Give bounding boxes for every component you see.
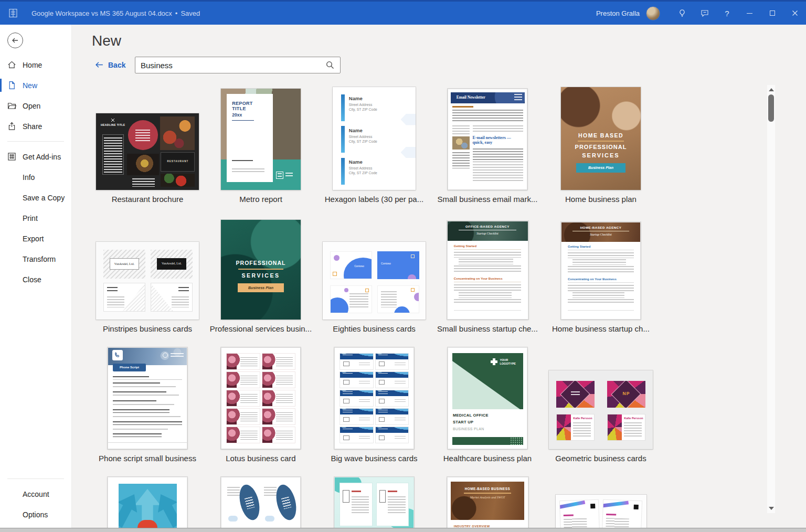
search-icon[interactable]: [325, 60, 335, 70]
template-card[interactable]: PROFESSIONAL SERVICES Business Plan Prof…: [204, 213, 317, 343]
template-card[interactable]: OFFICE-BASED AGENCY Startup Checklist Ge…: [431, 213, 544, 343]
label-city: City, ST ZIP Code: [349, 108, 377, 111]
search-back-link[interactable]: Back: [95, 60, 125, 69]
bar-lines: [113, 376, 149, 378]
template-thumbnail: PROFESSIONAL SERVICES Business Plan: [221, 220, 301, 320]
sidebar-item-options[interactable]: Options: [0, 504, 71, 525]
template-card[interactable]: NP Kalle Persson Kalle Persson Geometric…: [544, 343, 657, 472]
business-card-sheet: [560, 500, 642, 528]
label-city: City, ST ZIP Code: [349, 140, 377, 143]
sidebar-item-info[interactable]: Info: [0, 167, 71, 187]
purple-circle: [334, 255, 340, 261]
template-search-input[interactable]: [135, 61, 325, 70]
template-card[interactable]: [544, 472, 657, 528]
back-button[interactable]: [7, 33, 23, 48]
sidebar-item-home[interactable]: Home: [0, 55, 71, 75]
business-card: [375, 408, 409, 425]
sidebar-item-print[interactable]: Print: [0, 208, 71, 228]
label-name: Name: [349, 159, 377, 165]
bar-lines: [473, 125, 523, 133]
business-card: [340, 353, 374, 370]
template-card[interactable]: Email Newsletter E-mail newsletters — qu…: [431, 83, 544, 213]
window-bottom-edge: [0, 528, 806, 532]
rule-line: [238, 269, 283, 270]
sidebar-item-transform[interactable]: Transform: [0, 249, 71, 269]
template-card[interactable]: [204, 472, 317, 528]
template-card[interactable]: Phone Script Phone script sma: [91, 343, 204, 472]
template-card[interactable]: REPORT TITLE 20xx Metro report: [204, 83, 317, 213]
monogram: NP: [607, 391, 645, 396]
label-color-bar: [341, 126, 345, 153]
cover-green-block: YOUR LOGOTYPE: [452, 353, 523, 410]
template-card[interactable]: HEADLINE TITLE RESTAURANT Restaurant bro…: [91, 83, 204, 213]
template-label: Metro report: [239, 195, 282, 205]
red-text-bar: [352, 491, 361, 492]
analysis-title: HOME-BASED BUSINESS: [451, 487, 525, 491]
page-title: New: [92, 33, 121, 49]
business-card: [226, 408, 260, 425]
section-heading-bar: [452, 106, 474, 108]
template-card[interactable]: HOME-BASED AGENCY Startup Checklist Gett…: [544, 213, 657, 343]
sidebar-item-share[interactable]: Share: [0, 116, 71, 136]
template-thumbnail: VanArsdel, Ltd. VanArsdel, Ltd.: [96, 242, 199, 320]
word-app-icon: [8, 8, 18, 18]
template-card[interactable]: Name Street Address City, ST ZIP Code Na…: [317, 83, 431, 213]
phone-script-button: Phone Script: [113, 364, 146, 371]
template-thumbnail: Contoso Contoso: [323, 242, 426, 320]
sidebar-item-export[interactable]: Export: [0, 228, 71, 249]
minimize-button[interactable]: [738, 2, 761, 25]
close-button[interactable]: [783, 2, 806, 25]
template-card[interactable]: YOUR LOGOTYPE MEDICAL OFFICE START UP BU…: [431, 343, 544, 472]
sidebar-item-save-a-copy[interactable]: Save a Copy: [0, 187, 71, 208]
lightbulb-icon: [678, 9, 686, 17]
address-label: Name Street Address City, ST ZIP Code: [341, 158, 407, 185]
sidebar-item-open[interactable]: Open: [0, 95, 71, 116]
sidebar-item-account[interactable]: Account: [0, 484, 71, 504]
cover-line-1: PROFESSIONAL: [221, 260, 301, 266]
template-card[interactable]: HOME-BASED BUSINESS Market Analysis and …: [431, 472, 544, 528]
brand-name: Contoso: [381, 262, 391, 265]
business-card: Contoso: [330, 251, 372, 279]
sidebar-item-get-addins[interactable]: Get Add-ins: [0, 146, 71, 167]
bar-lines: [113, 421, 182, 425]
template-card[interactable]: [91, 472, 204, 528]
business-card: [340, 371, 374, 388]
business-card: [375, 390, 409, 407]
bar-lines: [452, 152, 470, 168]
bar-lines: [232, 168, 264, 174]
rule-line: [568, 282, 634, 283]
sidebar-item-close[interactable]: Close: [0, 269, 71, 290]
template-thumbnail: [108, 477, 187, 528]
sidebar-item-new[interactable]: New: [0, 75, 71, 95]
scroll-up-arrow-icon[interactable]: [769, 88, 774, 91]
bar-lines: [473, 148, 523, 163]
bar-lines: [285, 173, 293, 178]
bar-lines: [573, 422, 591, 437]
business-card: [226, 353, 260, 370]
feedback-button[interactable]: [693, 2, 716, 25]
template-card[interactable]: Contoso Contoso: [317, 213, 431, 343]
business-card: [330, 285, 372, 313]
scrollbar-thumb[interactable]: [768, 94, 774, 122]
user-avatar[interactable]: [646, 6, 660, 20]
template-card[interactable]: VanArsdel, Ltd. VanArsdel, Ltd.: [91, 213, 204, 343]
red-semicircle: [137, 520, 157, 528]
template-thumbnail: HEADLINE TITLE RESTAURANT: [96, 113, 199, 190]
template-card[interactable]: HOME BASED PROFESSIONAL SERVICES Busines…: [544, 83, 657, 213]
template-label: Healthcare business plan: [443, 454, 532, 464]
scroll-down-arrow-icon[interactable]: [769, 507, 774, 510]
help-button[interactable]: ?: [716, 2, 738, 25]
vertical-scrollbar[interactable]: [767, 85, 775, 513]
tell-me-lightbulb-button[interactable]: [671, 2, 693, 25]
rule-line: [568, 310, 634, 311]
template-card[interactable]: Big wave business cards: [317, 343, 431, 472]
template-card[interactable]: Lotus business card: [204, 343, 317, 472]
user-name[interactable]: Preston Gralla: [596, 9, 640, 17]
bar-lines: [113, 404, 174, 406]
bar-lines: [113, 395, 179, 397]
maximize-button[interactable]: [761, 2, 783, 25]
template-grid: HEADLINE TITLE RESTAURANT Restaurant bro…: [91, 83, 657, 528]
rule-line: [464, 493, 511, 494]
template-label: Small business email mark...: [438, 195, 538, 205]
template-card[interactable]: [317, 472, 431, 528]
